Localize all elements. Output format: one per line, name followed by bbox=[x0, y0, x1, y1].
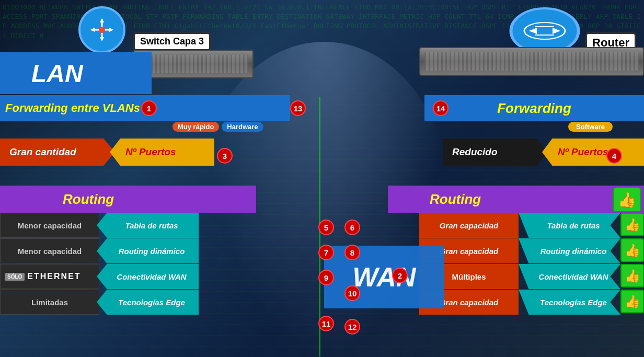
n-puertos-right: Nº Puertos bbox=[542, 139, 644, 166]
thumbs-small-3: 👍 bbox=[620, 264, 644, 287]
sub-labels-left: Muy rápido Hardware bbox=[172, 122, 263, 132]
cell-tecnologias-edge-left: Tecnologías Edge bbox=[97, 290, 199, 315]
cell-menor-capacidad-2: Menor capacidad bbox=[0, 238, 99, 263]
software-label: Software bbox=[568, 122, 613, 132]
badge-10: 10 bbox=[344, 285, 360, 301]
badge-11: 11 bbox=[318, 316, 334, 331]
reducido-label: Reducido bbox=[443, 139, 547, 166]
cell-conectividad-wan-left: Conectividad WAN bbox=[97, 264, 199, 289]
n-puertos-left: Nº Puertos bbox=[110, 139, 214, 166]
badge-7: 7 bbox=[318, 245, 334, 260]
switch-capa3-label: Switch Capa 3 bbox=[133, 32, 211, 51]
cell-menor-capacidad-1: Menor capacidad bbox=[0, 213, 99, 238]
data-row-right-2: Gran capacidad Routing dinámico 👍 bbox=[419, 238, 644, 263]
badge-3: 3 bbox=[217, 148, 233, 164]
gran-cantidad-label: Gran cantidad bbox=[0, 139, 115, 166]
cell-limitadas: Limitadas bbox=[0, 290, 99, 315]
data-rows-right: Gran capacidad Tabla de rutas 👍 Gran cap… bbox=[419, 213, 644, 315]
svg-point-7 bbox=[99, 27, 105, 33]
lan-banner: LAN bbox=[0, 52, 152, 94]
routing-banner-left: Routing bbox=[0, 186, 256, 213]
data-row-2: Menor capacidad Routing dinámico bbox=[0, 238, 199, 263]
badge-13: 13 bbox=[290, 100, 306, 116]
cell-routing-dinamico-left: Routing dinámico bbox=[97, 238, 199, 263]
router-hardware-device bbox=[419, 47, 644, 76]
data-row-right-4: Gran capacidad Tecnologías Edge 👍 bbox=[419, 290, 644, 315]
thumbs-routing-right: 👍 bbox=[613, 187, 641, 212]
forwarding-vlans-text: Forwarding entre VLANs bbox=[5, 101, 140, 115]
wan-box: WAN bbox=[324, 246, 444, 308]
badge-4: 4 bbox=[606, 148, 622, 164]
ethernet-text: ETHERNET bbox=[27, 272, 80, 281]
badge-8: 8 bbox=[344, 245, 360, 260]
data-row-right-3: Múltiples Conectividad WAN 👍 bbox=[419, 264, 644, 289]
badge-5: 5 bbox=[318, 220, 334, 235]
ports-row-left: Gran cantidad Nº Puertos bbox=[0, 139, 214, 166]
routing-banner-right: Routing bbox=[388, 186, 644, 213]
routing-text-right: Routing bbox=[430, 191, 481, 208]
lan-text: LAN bbox=[31, 59, 83, 88]
forwarding-banner-right: Forwarding bbox=[424, 95, 644, 121]
cell-tabla-rutas-right: Tabla de rutas bbox=[519, 213, 620, 238]
cell-tabla-rutas-left: Tabla de rutas bbox=[97, 213, 199, 238]
badge-1: 1 bbox=[141, 100, 157, 116]
cell-conectividad-wan-right: Conectividad WAN bbox=[519, 264, 620, 289]
data-row-1: Menor capacidad Tabla de rutas bbox=[0, 213, 199, 238]
data-row-4: Limitadas Tecnologías Edge bbox=[0, 290, 199, 315]
thumbs-small-2: 👍 bbox=[620, 238, 644, 262]
cell-solo-ethernet: SÓLO ETHERNET bbox=[0, 264, 99, 289]
hardware-label: Hardware bbox=[222, 122, 263, 132]
solo-badge: SÓLO bbox=[5, 273, 25, 281]
routing-text-left: Routing bbox=[63, 191, 114, 208]
badge-14: 14 bbox=[433, 100, 448, 116]
badge-9: 9 bbox=[318, 270, 334, 285]
forwarding-text-right: Forwarding bbox=[497, 100, 571, 117]
cell-tecnologias-edge-right: Tecnologías Edge bbox=[519, 290, 620, 315]
badge-6: 6 bbox=[344, 220, 360, 235]
data-row-right-1: Gran capacidad Tabla de rutas 👍 bbox=[419, 213, 644, 238]
cell-gran-capacidad-1: Gran capacidad bbox=[419, 213, 519, 238]
data-rows-left: Menor capacidad Tabla de rutas Menor cap… bbox=[0, 213, 199, 315]
thumbs-small-1: 👍 bbox=[620, 213, 644, 236]
switch-icon bbox=[78, 6, 125, 53]
data-row-3: SÓLO ETHERNET Conectividad WAN bbox=[0, 264, 199, 289]
badge-12: 12 bbox=[344, 319, 360, 335]
cell-routing-dinamico-right: Routing dinámico bbox=[519, 238, 620, 263]
badge-2: 2 bbox=[392, 268, 408, 283]
thumbs-small-4: 👍 bbox=[620, 290, 644, 313]
muy-rapido-label: Muy rápido bbox=[172, 122, 219, 132]
